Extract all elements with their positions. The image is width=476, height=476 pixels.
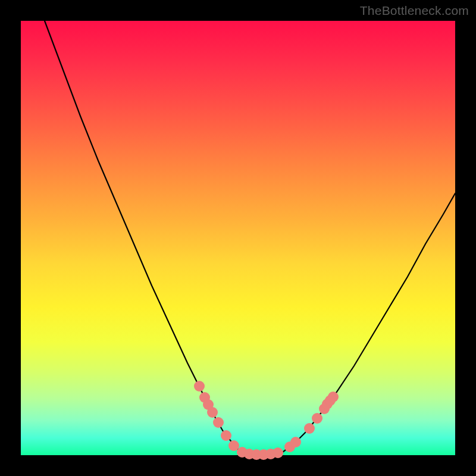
data-point-marker — [213, 417, 224, 428]
data-point-marker — [328, 392, 339, 402]
data-point-marker — [273, 447, 283, 458]
data-point-marker — [290, 437, 301, 447]
data-point-marker — [194, 381, 205, 392]
data-point-marker — [228, 440, 239, 451]
chart-plot-area — [21, 21, 455, 455]
data-point-marker — [304, 423, 315, 434]
data-point-marker — [221, 430, 231, 441]
data-point-marker — [207, 407, 218, 418]
bottleneck-curve — [21, 21, 455, 455]
data-point-marker — [312, 413, 322, 424]
chart-frame: TheBottleneck.com — [0, 0, 476, 476]
watermark-text: TheBottleneck.com — [360, 4, 469, 18]
